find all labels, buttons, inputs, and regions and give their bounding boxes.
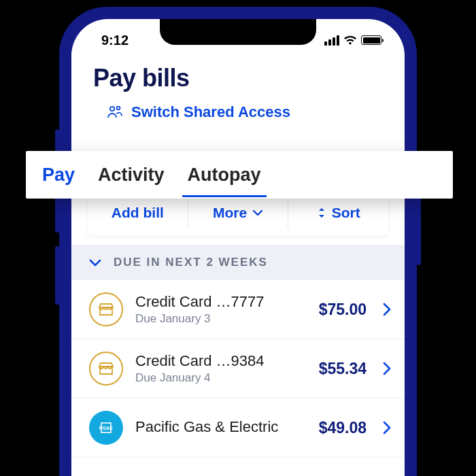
bill-row[interactable]: Credit Card …7777 Due January 3 $75.00 <box>71 280 405 339</box>
battery-icon <box>361 35 381 45</box>
store-icon <box>89 292 123 326</box>
more-label: More <box>213 205 247 221</box>
tab-autopay[interactable]: Autopay <box>186 162 262 188</box>
pge-icon: PG&E <box>89 411 123 445</box>
wifi-icon <box>343 35 357 46</box>
bill-info: Credit Card …7777 Due January 3 <box>135 293 307 326</box>
sort-label: Sort <box>332 205 360 221</box>
bill-due: Due January 3 <box>135 312 307 326</box>
phone-screen: 9:12 Pay bills Switch <box>71 19 405 476</box>
svg-point-1 <box>117 107 120 110</box>
chevron-right-icon <box>383 362 391 375</box>
sort-icon <box>317 207 326 219</box>
chevron-right-icon <box>383 421 391 435</box>
page-title: Pay bills <box>71 52 405 99</box>
chevron-down-icon <box>252 209 263 216</box>
bill-info: Pacific Gas & Electric <box>135 418 307 437</box>
tab-strip: Pay Activity Autopay <box>26 151 453 199</box>
bill-due: Due January 4 <box>135 371 307 385</box>
tab-activity[interactable]: Activity <box>97 162 166 188</box>
section-header-label: DUE IN NEXT 2 WEEKS <box>114 256 268 269</box>
chevron-down-icon <box>89 259 101 267</box>
bill-amount: $55.34 <box>319 360 367 378</box>
tab-pay[interactable]: Pay <box>41 162 76 188</box>
people-icon <box>107 105 123 120</box>
section-header-due[interactable]: DUE IN NEXT 2 WEEKS <box>71 245 405 280</box>
bill-row[interactable]: PG&E Pacific Gas & Electric $49.08 <box>71 398 405 458</box>
svg-point-0 <box>110 107 114 111</box>
cellular-icon <box>324 35 339 46</box>
bill-info: Credit Card …9384 Due January 4 <box>135 352 307 385</box>
switch-shared-access-link[interactable]: Switch Shared Access <box>71 99 405 131</box>
shared-access-label: Switch Shared Access <box>131 103 290 121</box>
bill-amount: $75.00 <box>319 301 367 319</box>
phone-frame: 9:12 Pay bills Switch <box>59 7 417 476</box>
bill-name: Credit Card …7777 <box>135 293 307 311</box>
bill-list: Credit Card …7777 Due January 3 $75.00 C… <box>71 280 405 458</box>
store-icon <box>89 352 123 386</box>
phone-notch <box>160 19 316 45</box>
bill-amount: $49.08 <box>319 419 367 437</box>
bill-row[interactable]: Credit Card …9384 Due January 4 $55.34 <box>71 339 405 398</box>
bill-name: Pacific Gas & Electric <box>135 418 307 436</box>
bill-name: Credit Card …9384 <box>135 352 307 370</box>
status-indicators <box>324 35 381 46</box>
add-bill-label: Add bill <box>112 205 164 221</box>
volume-down-button <box>55 246 59 305</box>
svg-text:PG&E: PG&E <box>99 426 113 430</box>
chevron-right-icon <box>383 303 391 316</box>
status-time: 9:12 <box>101 33 129 48</box>
